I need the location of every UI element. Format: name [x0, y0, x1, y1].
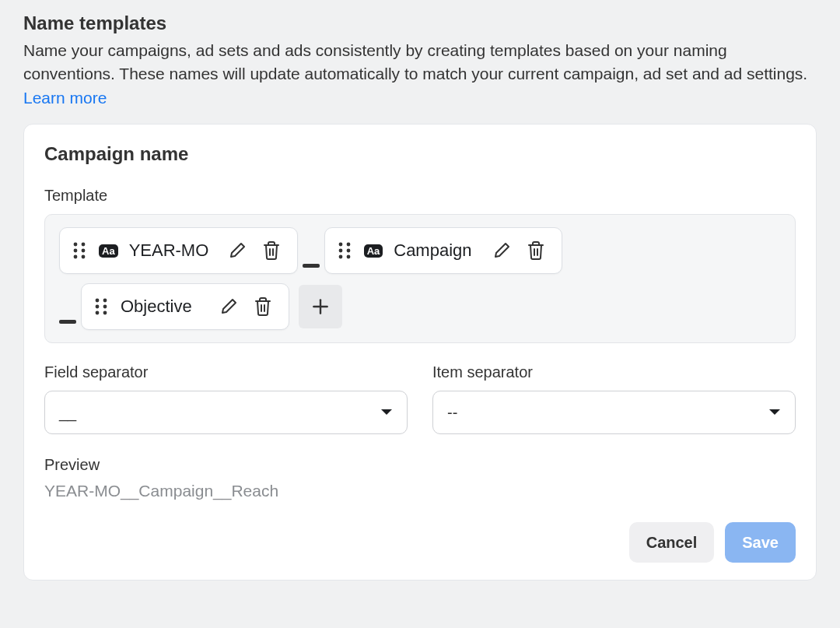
- edit-icon[interactable]: [226, 239, 249, 262]
- template-canvas: Aa YEAR-MO Aa Campaign: [44, 214, 796, 343]
- svg-point-12: [338, 255, 342, 259]
- svg-point-11: [346, 249, 350, 253]
- campaign-name-card: Campaign name Template Aa YEAR-MO: [23, 124, 817, 581]
- item-separator-select[interactable]: --: [432, 391, 796, 434]
- field-separator-select[interactable]: __: [44, 391, 408, 434]
- template-pill-objective[interactable]: Objective: [81, 283, 289, 330]
- trash-icon[interactable]: [524, 239, 548, 262]
- svg-point-10: [338, 249, 342, 253]
- separator-indicator: [303, 264, 320, 268]
- svg-point-3: [82, 249, 86, 253]
- save-button[interactable]: Save: [725, 522, 796, 563]
- field-separator-value: __: [59, 404, 76, 422]
- drag-handle-icon[interactable]: [336, 239, 353, 262]
- svg-point-2: [74, 249, 78, 253]
- svg-point-21: [103, 311, 107, 315]
- trash-icon[interactable]: [260, 239, 283, 262]
- card-title: Campaign name: [44, 143, 796, 165]
- template-pill-campaign[interactable]: Aa Campaign: [324, 227, 563, 274]
- item-separator-label: Item separator: [432, 363, 796, 381]
- svg-point-17: [103, 299, 107, 303]
- field-separator-label: Field separator: [44, 363, 408, 381]
- svg-point-4: [74, 255, 78, 259]
- page-title: Name templates: [23, 12, 817, 34]
- aa-icon: Aa: [99, 244, 118, 258]
- drag-handle-icon[interactable]: [93, 295, 110, 318]
- drag-handle-icon[interactable]: [71, 239, 88, 262]
- svg-point-18: [96, 305, 100, 309]
- page-description: Name your campaigns, ad sets and ads con…: [23, 39, 817, 110]
- edit-icon[interactable]: [490, 239, 513, 262]
- trash-icon[interactable]: [251, 295, 275, 318]
- pill-label: Objective: [121, 296, 206, 317]
- learn-more-link[interactable]: Learn more: [23, 89, 107, 107]
- edit-icon[interactable]: [217, 295, 240, 318]
- caret-down-icon: [768, 409, 781, 416]
- svg-point-9: [346, 243, 350, 247]
- caret-down-icon: [380, 409, 393, 416]
- svg-point-0: [74, 243, 78, 247]
- svg-point-5: [82, 255, 86, 259]
- separator-indicator: [59, 320, 76, 324]
- aa-icon: Aa: [364, 244, 383, 258]
- svg-point-13: [346, 255, 350, 259]
- template-label: Template: [44, 187, 796, 205]
- preview-label: Preview: [44, 456, 796, 474]
- cancel-button[interactable]: Cancel: [629, 522, 715, 563]
- svg-point-16: [96, 299, 100, 303]
- pill-label: Campaign: [394, 240, 479, 261]
- pill-label: YEAR-MO: [129, 240, 215, 261]
- add-field-button[interactable]: [299, 285, 342, 328]
- item-separator-value: --: [447, 404, 457, 422]
- svg-point-1: [82, 243, 86, 247]
- description-text: Name your campaigns, ad sets and ads con…: [23, 41, 807, 82]
- svg-point-20: [96, 311, 100, 315]
- svg-point-8: [338, 243, 342, 247]
- svg-point-19: [103, 305, 107, 309]
- template-pill-year-mo[interactable]: Aa YEAR-MO: [59, 227, 298, 274]
- preview-value: YEAR-MO__Campaign__Reach: [44, 482, 796, 500]
